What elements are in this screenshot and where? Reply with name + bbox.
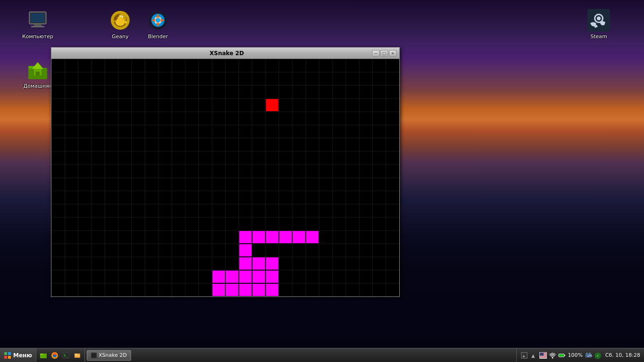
- desktop-icon-geany[interactable]: Geany: [101, 7, 139, 41]
- svg-rect-82: [253, 271, 265, 283]
- grid-lines: [51, 59, 399, 296]
- geany-icon-label: Geany: [112, 33, 129, 40]
- food-cell: [266, 99, 278, 111]
- window-maximize-button[interactable]: □: [380, 50, 388, 57]
- svg-rect-90: [266, 284, 278, 296]
- svg-rect-93: [4, 356, 7, 359]
- svg-rect-83: [239, 271, 251, 283]
- svg-rect-80: [266, 257, 278, 270]
- taskbar-filemanager-icon[interactable]: [38, 350, 49, 361]
- taskbar: Меню $_: [0, 348, 644, 362]
- svg-rect-94: [8, 356, 11, 359]
- svg-rect-74: [266, 231, 278, 243]
- tray-expand-icon[interactable]: ▲: [520, 352, 528, 359]
- svg-rect-77: [239, 244, 251, 256]
- svg-text:▲: ▲: [531, 353, 535, 358]
- tray-wifi-icon[interactable]: [549, 352, 556, 359]
- svg-text:▲: ▲: [522, 354, 526, 358]
- svg-rect-75: [253, 231, 265, 243]
- taskbar-windows: XSnake 2D: [85, 348, 516, 362]
- svg-marker-22: [32, 62, 43, 69]
- svg-rect-112: [564, 355, 565, 356]
- desktop-icon-steam[interactable]: Steam: [580, 7, 618, 41]
- svg-rect-102: [74, 354, 77, 355]
- battery-percentage: 100%: [568, 352, 582, 358]
- svg-rect-113: [559, 354, 564, 356]
- svg-text:$_: $_: [64, 354, 68, 357]
- tray-security-icon[interactable]: ✓: [594, 352, 602, 359]
- svg-rect-2: [34, 24, 41, 26]
- svg-rect-73: [280, 231, 292, 243]
- computer-icon: [26, 9, 49, 32]
- steam-icon-label: Steam: [590, 33, 607, 40]
- svg-rect-79: [253, 257, 265, 270]
- svg-rect-104: [75, 356, 79, 356]
- computer-icon-label: Компьютер: [22, 33, 53, 40]
- home-folder-icon: [26, 58, 49, 81]
- taskbar-files-icon[interactable]: [72, 350, 83, 361]
- svg-rect-71: [306, 231, 318, 243]
- svg-rect-87: [226, 284, 238, 296]
- game-canvas: [51, 59, 399, 296]
- desktop: Компьютер Geany: [0, 0, 644, 362]
- svg-rect-72: [293, 231, 305, 243]
- taskbar-tray: ▲ ▲: [516, 348, 644, 362]
- window-minimize-button[interactable]: −: [372, 50, 380, 57]
- start-button[interactable]: Меню: [0, 348, 36, 362]
- geany-icon: [109, 9, 132, 32]
- svg-point-19: [597, 16, 601, 20]
- svg-rect-3: [31, 26, 44, 27]
- steam-icon: [587, 9, 610, 32]
- blender-icon-label: Blender: [148, 33, 168, 40]
- taskbar-window-xsnake[interactable]: XSnake 2D: [87, 350, 131, 361]
- svg-point-110: [552, 357, 553, 358]
- window-close-button[interactable]: ×: [389, 50, 396, 57]
- svg-rect-89: [253, 284, 265, 296]
- tray-battery-icon[interactable]: [558, 352, 566, 359]
- svg-point-11: [117, 16, 123, 20]
- start-menu-icon: [4, 352, 11, 359]
- flag-icon: [539, 352, 547, 359]
- svg-rect-78: [239, 257, 251, 270]
- svg-rect-103: [75, 355, 79, 355]
- tray-power-icon[interactable]: UPS: [585, 352, 592, 359]
- tray-up-arrow-icon[interactable]: ▲: [530, 352, 537, 359]
- svg-rect-105: [91, 353, 97, 358]
- taskbar-window-label: XSnake 2D: [99, 352, 127, 358]
- taskbar-quick-launch: $_: [36, 348, 85, 362]
- svg-rect-92: [8, 352, 11, 355]
- blender-icon: [147, 9, 169, 32]
- svg-text:UPS: UPS: [587, 354, 592, 357]
- svg-rect-86: [213, 284, 225, 296]
- svg-rect-4: [31, 13, 45, 23]
- taskbar-clock: Сб. 10, 18:28: [603, 352, 640, 358]
- home-folder-icon-label: Домашняя: [24, 83, 52, 89]
- svg-rect-81: [266, 271, 278, 283]
- desktop-icon-computer[interactable]: Компьютер: [19, 7, 57, 41]
- start-button-label: Меню: [13, 352, 32, 359]
- window-titlebar[interactable]: XSnake 2D − □ ×: [51, 48, 399, 59]
- window-controls: − □ ×: [371, 50, 396, 57]
- svg-text:✓: ✓: [596, 354, 599, 358]
- svg-rect-85: [213, 271, 225, 283]
- svg-point-15: [156, 18, 160, 23]
- svg-rect-91: [4, 352, 7, 355]
- taskbar-firefox-icon[interactable]: [50, 350, 60, 361]
- xsnake-window: XSnake 2D − □ ×: [51, 47, 400, 297]
- svg-rect-76: [239, 231, 251, 243]
- window-title: XSnake 2D: [83, 50, 371, 57]
- taskbar-terminal-icon[interactable]: $_: [61, 350, 71, 361]
- desktop-icon-blender[interactable]: Blender: [139, 7, 177, 41]
- tray-network-icon[interactable]: [539, 352, 547, 359]
- svg-rect-96: [40, 354, 43, 355]
- svg-rect-88: [239, 284, 251, 296]
- game-svg: [51, 59, 399, 296]
- svg-rect-24: [36, 72, 40, 75]
- svg-rect-84: [226, 271, 238, 283]
